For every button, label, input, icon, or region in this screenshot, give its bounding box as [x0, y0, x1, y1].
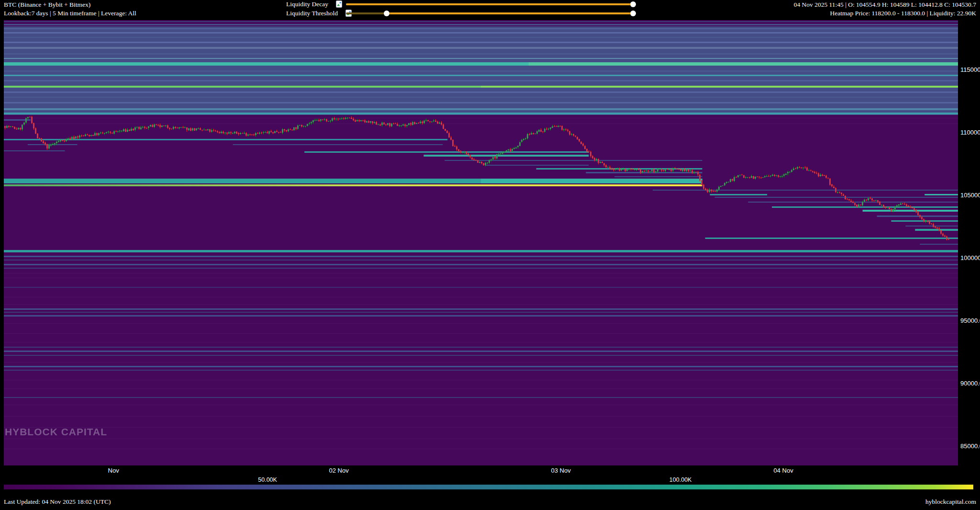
liquidity-threshold-label: Liquidity Threshold	[286, 10, 338, 17]
heatmap-chart-area[interactable]: HYBLOCK CAPITAL	[4, 20, 958, 465]
last-updated-text: Last Updated: 04 Nov 2025 18:02 (UTC)	[4, 498, 111, 506]
lookback-settings: Lookback:7 days | 5 Min timeframe | Leve…	[4, 9, 136, 18]
date-axis-label: 02 Nov	[329, 467, 348, 474]
date-axis-label: 03 Nov	[551, 467, 570, 474]
colorbar-tick-labels: 50.00K100.00K	[0, 476, 980, 483]
liquidity-decay-slider[interactable]	[346, 1, 633, 7]
price-axis-label: 95000.0	[960, 317, 980, 324]
colorbar-tick-label: 100.00K	[669, 476, 692, 483]
date-axis-label: 04 Nov	[773, 467, 793, 474]
site-link[interactable]: hyblockcapital.com	[925, 498, 976, 506]
slider-handle[interactable]	[630, 1, 636, 7]
price-axis-label: 85000.0	[960, 442, 980, 450]
slider-fill	[387, 12, 633, 14]
symbol-title: BTC (Binance + Bybit + Bitmex)	[4, 0, 136, 9]
liquidity-decay-control: Liquidity Decay	[286, 0, 342, 8]
ohlc-readout: 04 Nov 2025 11:45 | O: 104554.9 H: 10458…	[794, 0, 976, 9]
liquidity-threshold-control: Liquidity Threshold	[286, 9, 352, 17]
liquidity-threshold-slider[interactable]	[346, 11, 633, 16]
symbol-info: BTC (Binance + Bybit + Bitmex) Lookback:…	[4, 0, 136, 18]
price-axis-label: 105000.0	[960, 192, 980, 199]
ohlc-info: 04 Nov 2025 11:45 | O: 104554.9 H: 10458…	[794, 0, 976, 18]
price-axis-label: 100000.0	[960, 254, 980, 261]
price-axis-label: 90000.0	[960, 380, 980, 387]
liquidity-colorbar	[4, 485, 973, 489]
date-axis-label: Nov	[108, 467, 119, 474]
slider-fill	[346, 3, 633, 5]
price-axis-label: 110000.0	[960, 129, 980, 136]
liquidity-decay-label: Liquidity Decay	[286, 0, 328, 8]
heatmap-price-readout: Heatmap Price: 118200.0 - 118300.0 | Liq…	[794, 9, 976, 18]
price-axis: 115000.0110000.0105000.0100000.095000.09…	[958, 20, 980, 465]
hyblock-liquidation-heatmap-app: BTC (Binance + Bybit + Bitmex) Lookback:…	[0, 0, 980, 510]
slider-handle-high[interactable]	[630, 11, 636, 16]
hyblock-watermark: HYBLOCK CAPITAL	[5, 426, 107, 438]
broken-image-icon[interactable]	[336, 0, 342, 8]
colorbar-tick-label: 50.00K	[258, 476, 277, 483]
price-axis-label: 115000.0	[960, 66, 980, 73]
liquidity-heatmap-canvas[interactable]	[4, 20, 958, 465]
top-bar: BTC (Binance + Bybit + Bitmex) Lookback:…	[0, 0, 980, 20]
slider-handle-low[interactable]	[384, 11, 390, 16]
date-axis: Nov02 Nov03 Nov04 Nov	[0, 465, 980, 477]
